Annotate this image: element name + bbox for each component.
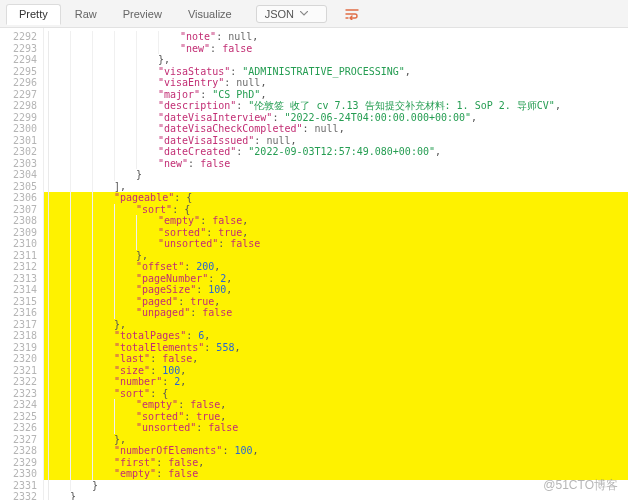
- line-number-gutter: 2292229322942295229622972298229923002301…: [0, 28, 44, 500]
- code-line[interactable]: "sort": {: [48, 204, 628, 216]
- code-line[interactable]: "major": "CS PhD",: [48, 89, 628, 101]
- indent-guide: [92, 434, 114, 446]
- indent-guide: [48, 261, 70, 273]
- code-token: false: [208, 422, 238, 434]
- indent-guide: [114, 169, 136, 181]
- code-line[interactable]: "size": 100,: [48, 365, 628, 377]
- tab-preview[interactable]: Preview: [111, 4, 174, 24]
- code-token: "totalElements": [114, 342, 204, 354]
- code-line[interactable]: "last": false,: [48, 353, 628, 365]
- indent-guide: [70, 261, 92, 273]
- code-line[interactable]: "empty": false,: [48, 399, 628, 411]
- format-select[interactable]: JSON: [256, 5, 327, 23]
- code-line[interactable]: "visaStatus": "ADMINISTRATIVE_PROCESSING…: [48, 66, 628, 78]
- code-line[interactable]: "dateVisaCheckCompleted": null,: [48, 123, 628, 135]
- indent-guide: [136, 77, 158, 89]
- code-line[interactable]: "dateCreated": "2022-09-03T12:57:49.080+…: [48, 146, 628, 158]
- indent-guide: [92, 307, 114, 319]
- code-token: :: [210, 43, 222, 55]
- indent-guide: [70, 296, 92, 308]
- indent-guide: [70, 77, 92, 89]
- indent-guide: [70, 422, 92, 434]
- indent-guide: [92, 342, 114, 354]
- code-line[interactable]: "empty": false: [48, 468, 628, 480]
- code-line[interactable]: }: [48, 491, 628, 500]
- code-line[interactable]: "number": 2,: [48, 376, 628, 388]
- code-line[interactable]: "unpaged": false: [48, 307, 628, 319]
- code-line[interactable]: }: [48, 480, 628, 492]
- indent-guide: [114, 227, 136, 239]
- indent-guide: [92, 353, 114, 365]
- code-token: ,: [555, 100, 561, 112]
- code-line[interactable]: "sort": {: [48, 388, 628, 400]
- code-line[interactable]: "unsorted": false: [48, 238, 628, 250]
- line-number: 2317: [0, 319, 37, 331]
- indent-guide: [136, 89, 158, 101]
- code-line[interactable]: "pageSize": 100,: [48, 284, 628, 296]
- code-line[interactable]: "description": "伦敦签 收了 cv 7.13 告知提交补充材料:…: [48, 100, 628, 112]
- code-line[interactable]: "note": null,: [48, 31, 628, 43]
- code-line[interactable]: "pageNumber": 2,: [48, 273, 628, 285]
- code-content[interactable]: "note": null,"new": false},"visaStatus":…: [44, 28, 628, 500]
- code-line[interactable]: "new": false: [48, 43, 628, 55]
- code-line[interactable]: "first": false,: [48, 457, 628, 469]
- wrap-lines-button[interactable]: [341, 3, 363, 25]
- code-area[interactable]: 2292229322942295229622972298229923002301…: [0, 28, 628, 500]
- code-line[interactable]: "empty": false,: [48, 215, 628, 227]
- indent-guide: [48, 365, 70, 377]
- code-line[interactable]: "dateVisaIssued": null,: [48, 135, 628, 147]
- code-line[interactable]: "visaEntry": null,: [48, 77, 628, 89]
- indent-guide: [70, 112, 92, 124]
- code-line[interactable]: },: [48, 54, 628, 66]
- indent-guide: [92, 365, 114, 377]
- indent-guide: [48, 273, 70, 285]
- code-line[interactable]: "sorted": true,: [48, 227, 628, 239]
- code-token: "2022-06-24T04:00:00.000+00:00": [284, 112, 471, 124]
- indent-guide: [48, 388, 70, 400]
- code-line[interactable]: },: [48, 319, 628, 331]
- tab-pretty[interactable]: Pretty: [6, 4, 61, 25]
- code-line[interactable]: },: [48, 434, 628, 446]
- code-line[interactable]: "pageable": {: [48, 192, 628, 204]
- code-token: ,: [405, 66, 411, 78]
- indent-guide: [92, 135, 114, 147]
- code-token: 558: [216, 342, 234, 354]
- code-line[interactable]: "totalElements": 558,: [48, 342, 628, 354]
- code-token: ,: [214, 261, 220, 273]
- indent-guide: [48, 112, 70, 124]
- code-token: :: [156, 468, 168, 480]
- code-token: ,: [180, 376, 186, 388]
- code-token: true: [218, 227, 242, 239]
- code-line[interactable]: "offset": 200,: [48, 261, 628, 273]
- code-line[interactable]: },: [48, 250, 628, 262]
- code-line[interactable]: "totalPages": 6,: [48, 330, 628, 342]
- indent-guide: [114, 123, 136, 135]
- code-line[interactable]: ],: [48, 181, 628, 193]
- code-token: :: [204, 342, 216, 354]
- code-token: ,: [471, 112, 477, 124]
- code-line[interactable]: "numberOfElements": 100,: [48, 445, 628, 457]
- indent-guide: [92, 112, 114, 124]
- code-line[interactable]: "unsorted": false: [48, 422, 628, 434]
- indent-guide: [92, 238, 114, 250]
- code-line[interactable]: "dateVisaInterview": "2022-06-24T04:00:0…: [48, 112, 628, 124]
- tab-visualize[interactable]: Visualize: [176, 4, 244, 24]
- tab-raw[interactable]: Raw: [63, 4, 109, 24]
- code-token: true: [190, 296, 214, 308]
- indent-guide: [48, 422, 70, 434]
- indent-guide: [70, 353, 92, 365]
- code-token: 100: [208, 284, 226, 296]
- indent-guide: [70, 181, 92, 193]
- code-token: :: [150, 353, 162, 365]
- indent-guide: [48, 457, 70, 469]
- code-line[interactable]: "sorted": true,: [48, 411, 628, 423]
- code-line[interactable]: }: [48, 169, 628, 181]
- line-number: 2308: [0, 215, 37, 227]
- code-line[interactable]: "paged": true,: [48, 296, 628, 308]
- code-token: ,: [220, 399, 226, 411]
- code-line[interactable]: "new": false: [48, 158, 628, 170]
- indent-guide: [136, 112, 158, 124]
- line-number: 2306: [0, 192, 37, 204]
- indent-guide: [48, 238, 70, 250]
- code-token: :: [206, 227, 218, 239]
